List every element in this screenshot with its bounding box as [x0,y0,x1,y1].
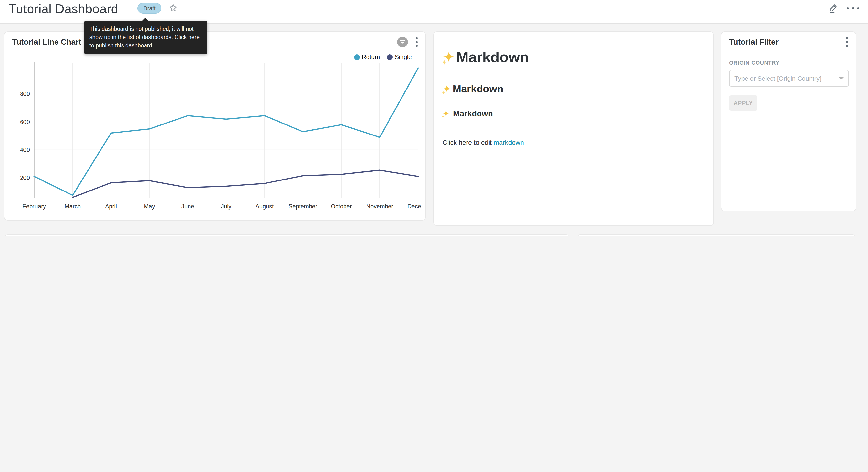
edit-pencil-icon[interactable] [828,3,838,14]
filter-card-title: Tutorial Filter [729,38,778,47]
chart-menu-icon[interactable] [415,36,418,48]
svg-text:September: September [288,203,317,210]
filter-indicator-icon[interactable] [397,37,408,48]
svg-text:April: April [105,203,117,210]
legend-label: Return [362,54,380,61]
apply-button[interactable]: APPLY [729,95,757,111]
svg-text:400: 400 [20,147,30,153]
draft-badge[interactable]: Draft [137,3,161,14]
table-card: Tutorial Table Travel ClassCOUNT(*)SUM(C… [577,234,856,236]
origin-country-label: ORIGIN COUNTRY [729,60,779,65]
line-chart-card: Tutorial Line Chart ReturnSingle 2004006… [4,31,426,220]
line-chart-title: Tutorial Line Chart [12,38,81,47]
svg-text:June: June [181,203,194,210]
markdown-paragraph: Click here to edit markdown [442,139,705,146]
svg-text:November: November [366,203,394,210]
chart-legend[interactable]: ReturnSingle [354,54,412,61]
dashboard-page: Tutorial Dashboard Draft This dashboard … [0,0,868,236]
svg-text:October: October [331,203,351,210]
svg-text:May: May [144,203,155,210]
svg-text:July: July [221,203,231,210]
more-menu-icon[interactable] [847,5,859,11]
publish-tooltip: This dashboard is not published, it will… [84,21,207,54]
svg-text:800: 800 [20,90,30,97]
sparkles-icon: ✦✦ [442,83,451,94]
svg-text:Dece: Dece [407,203,421,210]
legend-item-return[interactable]: Return [354,54,380,61]
svg-text:600: 600 [20,119,30,125]
filter-menu-icon[interactable] [845,36,849,48]
legend-dot [387,54,393,60]
legend-label: Single [395,54,412,61]
svg-text:August: August [255,203,274,210]
legend-item-single[interactable]: Single [387,54,412,61]
select-placeholder: Type or Select [Origin Country] [735,75,822,82]
markdown-card: ✦✦Markdown ✦✦Markdown ✦✦ Markdown Click … [433,31,714,226]
markdown-h2: ✦✦Markdown [442,83,705,95]
origin-country-select[interactable]: Type or Select [Origin Country] [729,70,849,87]
markdown-h1: ✦✦Markdown [442,49,705,65]
markdown-edit-link[interactable]: markdown [494,139,524,146]
line-chart-svg: 200400600800FebruaryMarchAprilMayJuneJul… [7,60,422,213]
line-chart-plot: 200400600800FebruaryMarchAprilMayJuneJul… [7,60,422,215]
svg-text:February: February [23,203,46,210]
svg-text:200: 200 [20,174,30,181]
filter-card: Tutorial Filter ORIGIN COUNTRY Type or S… [721,31,856,211]
chevron-down-icon [839,77,843,80]
markdown-h3: ✦✦ Markdown [442,109,705,118]
pivot-chart-card: Tutorial Pivot Chart SUM(Cost)Department… [4,234,570,236]
page-title: Tutorial Dashboard [9,1,118,17]
sparkles-icon: ✦✦ [442,49,455,65]
legend-dot [354,54,360,60]
favorite-star-icon[interactable] [169,3,178,12]
svg-text:March: March [65,203,81,210]
sparkles-icon: ✦✦ [442,109,450,118]
